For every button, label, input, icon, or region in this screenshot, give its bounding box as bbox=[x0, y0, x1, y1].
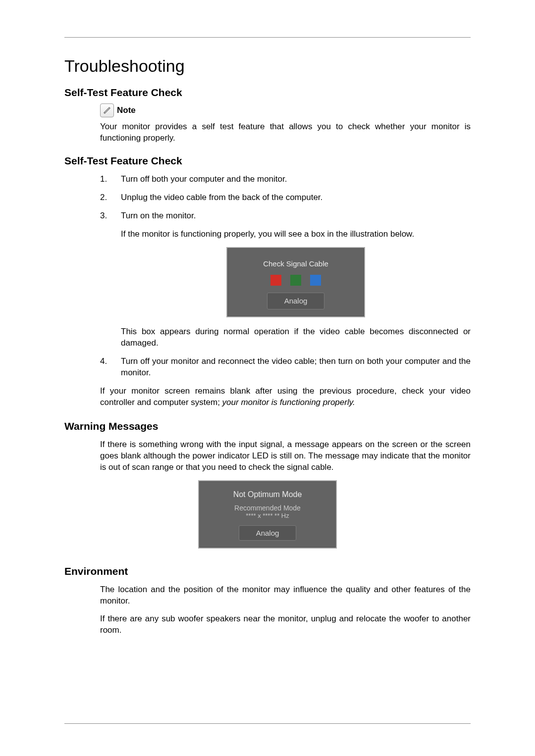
red-square-icon bbox=[270, 275, 281, 286]
blue-square-icon bbox=[310, 275, 321, 286]
step-3b-text: If the monitor is functioning properly, … bbox=[121, 229, 471, 240]
section-heading-warning: Warning Messages bbox=[64, 420, 471, 432]
recommended-mode-text: Recommended Mode bbox=[206, 504, 329, 512]
bottom-rule bbox=[64, 723, 471, 724]
green-square-icon bbox=[290, 275, 301, 286]
analog-button-label-2: Analog bbox=[239, 525, 297, 541]
after-steps-text: If your monitor screen remains blank aft… bbox=[100, 386, 471, 408]
steps-list: Turn off both your computer and the moni… bbox=[64, 174, 471, 379]
note-label: Note bbox=[117, 105, 136, 115]
section-heading-selftest-2: Self-Test Feature Check bbox=[64, 155, 471, 167]
step-4: Turn off your monitor and reconnect the … bbox=[100, 356, 471, 379]
signal-cable-illustration: Check Signal Cable Analog bbox=[226, 247, 365, 318]
top-rule bbox=[64, 37, 471, 38]
step-3a-text: Turn on the monitor. bbox=[121, 210, 471, 222]
document-page: Troubleshooting Self-Test Feature Check … bbox=[0, 0, 535, 756]
rgb-squares bbox=[234, 275, 357, 286]
note-row: Note bbox=[100, 103, 471, 117]
step-2: Unplug the video cable from the back of … bbox=[100, 192, 471, 203]
warning-text: If there is something wrong with the inp… bbox=[100, 439, 471, 473]
not-optimum-text: Not Optimum Mode bbox=[206, 490, 329, 499]
check-signal-cable-text: Check Signal Cable bbox=[234, 259, 357, 269]
section-heading-selftest-1: Self-Test Feature Check bbox=[64, 87, 471, 99]
step-4-text: Turn off your monitor and reconnect the … bbox=[121, 356, 471, 379]
note-icon bbox=[100, 103, 114, 117]
note-text: Your monitor provides a self test featur… bbox=[100, 121, 471, 144]
step-2-text: Unplug the video cable from the back of … bbox=[121, 192, 471, 203]
environment-p1: The location and the position of the mon… bbox=[100, 584, 471, 607]
environment-p2: If there are any sub woofer speakers nea… bbox=[100, 613, 471, 636]
analog-button-label: Analog bbox=[267, 293, 325, 309]
step-3c-text: This box appears during normal operation… bbox=[121, 326, 471, 349]
resolution-placeholder-text: **** x **** ** Hz bbox=[206, 512, 329, 519]
after-em: your monitor is functioning properly. bbox=[222, 398, 355, 407]
section-heading-environment: Environment bbox=[64, 565, 471, 577]
step-1: Turn off both your computer and the moni… bbox=[100, 174, 471, 185]
page-title: Troubleshooting bbox=[64, 56, 471, 76]
step-1-text: Turn off both your computer and the moni… bbox=[121, 174, 471, 185]
not-optimum-illustration: Not Optimum Mode Recommended Mode **** x… bbox=[198, 480, 337, 549]
step-3: Turn on the monitor. If the monitor is f… bbox=[100, 210, 471, 349]
